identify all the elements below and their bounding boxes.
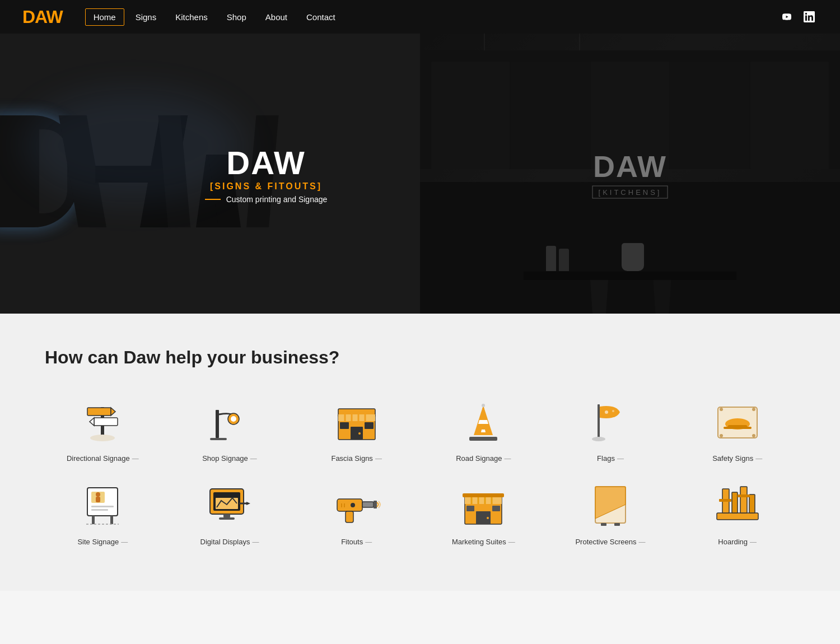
svg-rect-70 bbox=[492, 506, 500, 511]
svg-rect-77 bbox=[614, 523, 620, 526]
marketing-suites-icon bbox=[452, 479, 514, 530]
hero-brand-main: DAW bbox=[205, 144, 328, 181]
svg-rect-54 bbox=[219, 517, 235, 520]
help-title: How can Daw help your business? bbox=[45, 347, 795, 368]
service-label: Shop Signage — bbox=[202, 454, 257, 463]
hoarding-icon bbox=[707, 479, 768, 530]
service-safety-signs[interactable]: Safety Signs — bbox=[679, 396, 795, 463]
hero-brand-sub: [SIGNS & FITOUTS] bbox=[205, 181, 328, 192]
logo[interactable]: DAW bbox=[22, 7, 63, 27]
svg-rect-76 bbox=[601, 523, 606, 526]
service-label: Site Signage — bbox=[77, 538, 128, 546]
svg-rect-44 bbox=[91, 509, 108, 511]
directional-signage-icon bbox=[72, 396, 133, 446]
protective-screens-icon bbox=[580, 479, 641, 530]
linkedin-icon[interactable] bbox=[801, 11, 818, 23]
fitouts-icon bbox=[326, 479, 388, 530]
nav-shop[interactable]: Shop bbox=[219, 9, 254, 25]
service-digital-displays[interactable]: Digital Displays — bbox=[172, 479, 288, 546]
svg-point-35 bbox=[720, 408, 723, 411]
service-label: Directional Signage — bbox=[67, 454, 139, 463]
svg-point-29 bbox=[605, 410, 608, 414]
svg-rect-46 bbox=[110, 516, 113, 524]
svg-rect-17 bbox=[351, 427, 363, 440]
svg-point-71 bbox=[487, 517, 489, 519]
svg-marker-23 bbox=[478, 420, 488, 424]
service-label: Safety Signs — bbox=[712, 454, 762, 463]
svg-marker-3 bbox=[111, 408, 115, 416]
svg-marker-5 bbox=[90, 418, 94, 426]
nav-about[interactable]: About bbox=[258, 9, 295, 25]
svg-rect-34 bbox=[724, 427, 752, 429]
svg-point-26 bbox=[482, 404, 485, 407]
hero-section: DAW [SIGNS & FITOUTS] Custom printing an… bbox=[0, 34, 840, 314]
youtube-icon[interactable] bbox=[778, 11, 795, 23]
hero-brand-desc: Custom printing and Signage bbox=[226, 195, 328, 204]
hero-kitchens-sub: [KITCHENS] bbox=[592, 186, 668, 199]
service-shop-signage[interactable]: Shop Signage — bbox=[172, 396, 288, 463]
svg-point-18 bbox=[358, 432, 361, 435]
svg-rect-78 bbox=[717, 513, 758, 520]
hero-kitchens-brand: DAW bbox=[592, 149, 668, 184]
svg-marker-24 bbox=[481, 430, 486, 432]
service-label: Marketing Suites — bbox=[452, 538, 515, 546]
svg-point-38 bbox=[752, 434, 755, 437]
svg-point-1 bbox=[90, 435, 115, 441]
service-label: Protective Screens — bbox=[575, 538, 645, 546]
social-links bbox=[778, 11, 818, 23]
service-road-signage[interactable]: Road Signage — bbox=[426, 396, 542, 463]
nav-signs[interactable]: Signs bbox=[128, 9, 165, 25]
svg-rect-55 bbox=[337, 499, 362, 511]
service-hoarding[interactable]: Hoarding — bbox=[679, 479, 795, 546]
svg-point-37 bbox=[720, 434, 723, 437]
svg-rect-6 bbox=[216, 410, 219, 438]
svg-rect-84 bbox=[738, 494, 750, 497]
svg-rect-45 bbox=[92, 516, 95, 524]
site-signage-icon bbox=[72, 479, 133, 530]
services-grid: Directional Signage — S bbox=[45, 396, 795, 546]
service-label: Fascia Signs — bbox=[331, 454, 381, 463]
svg-rect-58 bbox=[374, 501, 377, 508]
hero-signs: DAW [SIGNS & FITOUTS] Custom printing an… bbox=[0, 34, 420, 314]
svg-rect-9 bbox=[210, 438, 227, 440]
service-label: Fitouts — bbox=[341, 538, 372, 546]
svg-rect-19 bbox=[340, 422, 349, 429]
service-site-signage[interactable]: Site Signage — bbox=[45, 479, 161, 546]
svg-point-59 bbox=[351, 503, 355, 507]
service-label: Flags — bbox=[597, 454, 624, 463]
shop-signage-icon bbox=[199, 396, 260, 446]
svg-rect-72 bbox=[463, 493, 504, 497]
fascia-signs-icon bbox=[326, 396, 388, 446]
nav-contact[interactable]: Contact bbox=[298, 9, 343, 25]
svg-point-36 bbox=[752, 408, 755, 411]
svg-point-8 bbox=[231, 416, 236, 422]
road-signage-icon bbox=[452, 396, 514, 446]
help-section: How can Daw help your business? bbox=[0, 314, 840, 591]
svg-point-30 bbox=[612, 410, 614, 412]
nav-kitchens[interactable]: Kitchens bbox=[167, 9, 216, 25]
svg-rect-80 bbox=[732, 492, 738, 513]
svg-rect-42 bbox=[96, 497, 100, 502]
hero-signs-text: DAW [SIGNS & FITOUTS] Custom printing an… bbox=[205, 144, 328, 204]
svg-rect-4 bbox=[94, 418, 118, 426]
flags-icon bbox=[580, 396, 641, 446]
svg-rect-20 bbox=[365, 422, 374, 429]
hero-kitchens-text: DAW [KITCHENS] bbox=[592, 149, 668, 199]
service-fitouts[interactable]: Fitouts — bbox=[298, 479, 414, 546]
service-protective-screens[interactable]: Protective Screens — bbox=[553, 479, 669, 546]
service-directional-signage[interactable]: Directional Signage — bbox=[45, 396, 161, 463]
svg-rect-69 bbox=[466, 506, 474, 511]
nav-home[interactable]: Home bbox=[85, 8, 124, 26]
svg-rect-81 bbox=[740, 487, 747, 513]
svg-rect-57 bbox=[362, 502, 374, 507]
svg-rect-12 bbox=[338, 414, 375, 421]
service-marketing-suites[interactable]: Marketing Suites — bbox=[426, 479, 542, 546]
service-flags[interactable]: Flags — bbox=[553, 396, 669, 463]
svg-rect-63 bbox=[465, 496, 502, 504]
svg-point-41 bbox=[96, 492, 100, 497]
service-fascia-signs[interactable]: Fascia Signs — bbox=[298, 396, 414, 463]
navbar: DAW Home Signs Kitchens Shop About Conta… bbox=[0, 0, 840, 34]
service-label: Digital Displays — bbox=[200, 538, 259, 546]
svg-rect-83 bbox=[719, 499, 731, 502]
service-label: Road Signage — bbox=[456, 454, 511, 463]
